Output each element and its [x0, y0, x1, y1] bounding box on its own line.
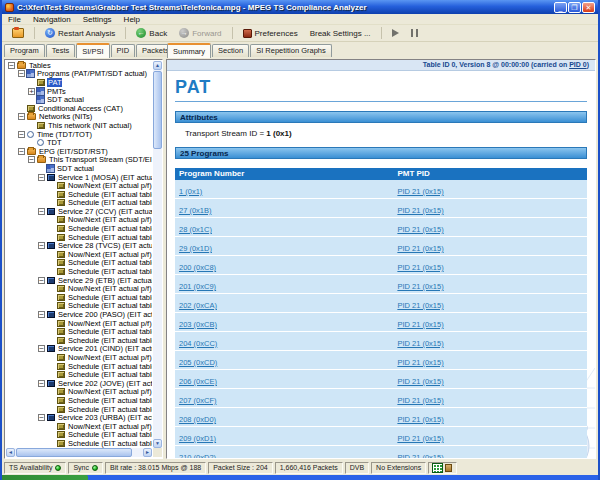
pmt-pid-link[interactable]: PID 21 (0x15) [397, 453, 443, 459]
tree-item[interactable]: Now/Next (EIT actual p/f) [6, 250, 152, 259]
collapse-icon[interactable]: − [18, 131, 25, 138]
pmt-pid-link[interactable]: PID 21 (0x15) [397, 187, 443, 196]
tree-item[interactable]: Schedule (EIT actual table ID 81 (0x [6, 439, 152, 448]
tree-horizontal-scrollbar[interactable]: ◄ ► [6, 448, 152, 457]
minimize-button[interactable]: _ [554, 2, 567, 13]
tree-item[interactable]: Now/Next (EIT actual p/f) [6, 284, 152, 293]
tree-item[interactable]: −Service 201 (CIND) (EIT actual) [6, 345, 152, 354]
pmt-pid-link[interactable]: PID 21 (0x15) [397, 263, 443, 272]
tree-item[interactable]: Schedule (EIT actual table ID 80 (0x [6, 259, 152, 268]
program-number-link[interactable]: 203 (0xCB) [179, 320, 217, 329]
menu-file[interactable]: File [2, 15, 27, 24]
tree-item[interactable]: Now/Next (EIT actual p/f) [6, 422, 152, 431]
tree-item[interactable]: −EPG (EIT/SDT/RST) [6, 147, 152, 156]
tree-item[interactable]: Schedule (EIT actual table ID 81 (0x [6, 336, 152, 345]
program-number-link[interactable]: 206 (0xCE) [179, 377, 217, 386]
tree-item[interactable]: Schedule (EIT actual table ID 80 (0x [6, 431, 152, 440]
collapse-icon[interactable]: − [38, 174, 45, 181]
scroll-down-icon[interactable]: ▼ [153, 439, 162, 448]
pmt-pid-link[interactable]: PID 21 (0x15) [397, 320, 443, 329]
program-number-link[interactable]: 29 (0x1D) [179, 244, 212, 253]
tree-item[interactable]: −Service 200 (PASO) (EIT actual) [6, 310, 152, 319]
tree-item[interactable]: −This Transport Stream (SDT/EIT actual) [6, 156, 152, 165]
tree-item[interactable]: Now/Next (EIT actual p/f) [6, 319, 152, 328]
tree-item[interactable]: Schedule (EIT actual table ID 80 (0x [6, 327, 152, 336]
tree-item[interactable]: Schedule (EIT actual table ID 81 (0x [6, 267, 152, 276]
tree-item[interactable]: −Service 203 (URBA) (EIT actual) [6, 413, 152, 422]
program-number-link[interactable]: 27 (0x1B) [179, 206, 212, 215]
play-icon[interactable] [392, 29, 399, 37]
tree-item[interactable]: −Service 202 (JOVE) (EIT actual) [6, 379, 152, 388]
tree-item[interactable]: −Programs (PAT/PMT/SDT actual) [6, 70, 152, 79]
tree-item[interactable]: Conditional Access (CAT) [6, 104, 152, 113]
tab-program[interactable]: Program [4, 44, 45, 57]
collapse-icon[interactable]: − [38, 277, 45, 284]
tree-item[interactable]: TDT [6, 138, 152, 147]
program-number-link[interactable]: 200 (0xC8) [179, 263, 216, 272]
program-number-link[interactable]: 1 (0x1) [179, 187, 202, 196]
tree-item[interactable]: −Service 28 (TVCS) (EIT actual) [6, 241, 152, 250]
pmt-pid-link[interactable]: PID 21 (0x15) [397, 396, 443, 405]
horizontal-scroll-thumb[interactable] [16, 448, 132, 457]
collapse-icon[interactable]: − [38, 311, 45, 318]
program-number-link[interactable]: 28 (0x1C) [179, 225, 212, 234]
menu-settings[interactable]: Settings [77, 15, 118, 24]
tree-item[interactable]: Now/Next (EIT actual p/f) [6, 353, 152, 362]
tree-item[interactable]: Now/Next (EIT actual p/f) [6, 216, 152, 225]
expand-icon[interactable]: + [28, 88, 35, 95]
program-number-link[interactable]: 208 (0xD0) [179, 415, 216, 424]
scroll-right-icon[interactable]: ► [143, 448, 152, 457]
tab-pid[interactable]: PID [111, 44, 136, 57]
pause-icon[interactable] [411, 29, 418, 37]
vertical-scroll-thumb[interactable] [153, 71, 162, 149]
collapse-icon[interactable]: − [18, 70, 25, 77]
collapse-icon[interactable]: − [18, 148, 25, 155]
pmt-pid-link[interactable]: PID 21 (0x15) [397, 282, 443, 291]
tree-item[interactable]: +PMTs [6, 87, 152, 96]
pmt-pid-link[interactable]: PID 21 (0x15) [397, 358, 443, 367]
tree-item[interactable]: This network (NIT actual) [6, 121, 152, 130]
tree-item[interactable]: Schedule (EIT actual table ID 81 (0x [6, 302, 152, 311]
tree-item[interactable]: −Time (TDT/TOT) [6, 130, 152, 139]
tree-item[interactable]: −Service 1 (MOSA) (EIT actual) [6, 173, 152, 182]
close-button[interactable]: ✕ [582, 2, 595, 13]
open-file-button[interactable] [6, 27, 30, 39]
program-number-link[interactable]: 204 (0xCC) [179, 339, 217, 348]
program-number-link[interactable]: 209 (0xD1) [179, 434, 216, 443]
pid-0-link[interactable]: PID 0 [569, 61, 587, 68]
tree-item[interactable]: Schedule (EIT actual table ID 80 (0x [6, 396, 152, 405]
table-icon[interactable] [433, 464, 442, 472]
tab-section[interactable]: Section [212, 44, 249, 57]
pmt-pid-link[interactable]: PID 21 (0x15) [397, 225, 443, 234]
maximize-button[interactable]: ❐ [568, 2, 581, 13]
tree-item[interactable]: Schedule (EIT actual table ID 80 (0x [6, 293, 152, 302]
tree-item[interactable]: Schedule (EIT actual table ID 80 (0x [6, 224, 152, 233]
tree-item[interactable]: SDT actual [6, 95, 152, 104]
tree-item[interactable]: Schedule (EIT actual table ID 80 (0x [6, 362, 152, 371]
collapse-icon[interactable]: − [8, 62, 15, 69]
tree-item[interactable]: −Service 29 (ETB) (EIT actual) [6, 276, 152, 285]
program-number-link[interactable]: 207 (0xCF) [179, 396, 217, 405]
tree-item[interactable]: −Networks (NITs) [6, 113, 152, 122]
tree-item[interactable]: Now/Next (EIT actual p/f) [6, 181, 152, 190]
collapse-icon[interactable]: − [38, 414, 45, 421]
pmt-pid-link[interactable]: PID 21 (0x15) [397, 301, 443, 310]
tree-item[interactable]: −Service 27 (CCV) (EIT actual) [6, 207, 152, 216]
tree-vertical-scrollbar[interactable]: ▲ ▼ [153, 61, 162, 448]
tree-item[interactable]: −Tables [6, 61, 152, 70]
scroll-left-icon[interactable]: ◄ [6, 448, 15, 457]
collapse-icon[interactable]: − [38, 242, 45, 249]
pmt-pid-link[interactable]: PID 21 (0x15) [397, 434, 443, 443]
break-settings-button[interactable]: Break Settings ... [304, 28, 377, 39]
pmt-pid-link[interactable]: PID 21 (0x15) [397, 415, 443, 424]
program-number-link[interactable]: 201 (0xC9) [179, 282, 216, 291]
tab-tests[interactable]: Tests [46, 44, 76, 57]
program-number-link[interactable]: 205 (0xCD) [179, 358, 217, 367]
collapse-icon[interactable]: − [28, 156, 35, 163]
menu-navigation[interactable]: Navigation [27, 15, 77, 24]
forward-button[interactable]: → Forward [173, 27, 227, 39]
pmt-pid-link[interactable]: PID 21 (0x15) [397, 377, 443, 386]
preferences-button[interactable]: Preferences [237, 28, 304, 39]
pmt-pid-link[interactable]: PID 21 (0x15) [397, 244, 443, 253]
log-icon[interactable] [445, 464, 452, 472]
